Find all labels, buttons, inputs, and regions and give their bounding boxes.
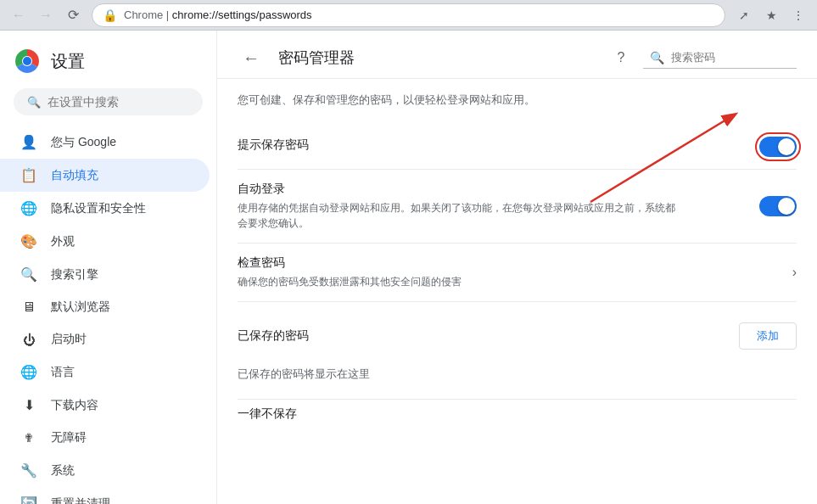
help-button[interactable]: ? xyxy=(609,46,633,70)
sidebar-item-label: 搜索引擎 xyxy=(51,267,98,283)
content-header: ← 密码管理器 ? 🔍 xyxy=(217,31,817,79)
appearance-icon: 🎨 xyxy=(20,233,37,249)
check-passwords-setting-name: 检查密码 xyxy=(238,255,792,271)
settings-title: 设置 xyxy=(51,50,85,73)
auto-signin-setting-desc: 使用存储的凭据自动登录网站和应用。如果关闭了该功能，在您每次登录网站或应用之前，… xyxy=(238,200,679,231)
auto-signin-toggle-wrap xyxy=(759,196,797,216)
password-back-button[interactable]: ← xyxy=(238,44,265,71)
sidebar-item-label: 自动填充 xyxy=(51,168,98,183)
sidebar-item-appearance[interactable]: 🎨 外观 xyxy=(0,225,216,258)
search-passwords-input[interactable] xyxy=(671,51,790,64)
share-button[interactable]: ➚ xyxy=(732,3,756,27)
sidebar-item-accessibility[interactable]: ✟ 无障碍 xyxy=(0,422,216,454)
google-icon: 👤 xyxy=(20,134,37,150)
sidebar-item-privacy[interactable]: 🌐 隐私设置和安全性 xyxy=(0,192,216,225)
back-nav-button[interactable]: ← xyxy=(7,3,31,27)
svg-point-3 xyxy=(23,57,31,65)
sidebar: 设置 🔍 👤 您与 Google 📋 自动填充 🌐 隐私设置和安全性 🎨 外观 … xyxy=(0,31,217,504)
sidebar-item-label: 无障碍 xyxy=(51,430,87,445)
browser-chrome: ← → ⟳ 🔒 Chrome | chrome://settings/passw… xyxy=(0,0,817,31)
no-save-label: 一律不保存 xyxy=(238,406,297,420)
main-layout: 设置 🔍 👤 您与 Google 📋 自动填充 🌐 隐私设置和安全性 🎨 外观 … xyxy=(0,31,817,504)
sidebar-item-label: 启动时 xyxy=(51,332,87,347)
sidebar-item-search-engine[interactable]: 🔍 搜索引擎 xyxy=(0,258,216,291)
sidebar-item-system[interactable]: 🔧 系统 xyxy=(0,454,216,487)
site-icon: 🔒 xyxy=(103,8,117,22)
check-passwords-setting-row[interactable]: 检查密码 确保您的密码免受数据泄露和其他安全问题的侵害 › xyxy=(238,244,797,302)
auto-signin-setting-name: 自动登录 xyxy=(238,182,759,197)
autofill-icon: 📋 xyxy=(20,167,37,183)
offer-save-setting-info: 提示保存密码 xyxy=(238,137,759,156)
address-bar[interactable]: 🔒 Chrome | chrome://settings/passwords xyxy=(92,3,725,27)
sidebar-item-label: 系统 xyxy=(51,463,75,479)
search-passwords-icon: 🔍 xyxy=(650,51,664,64)
reload-button[interactable]: ⟳ xyxy=(61,3,85,27)
check-passwords-chevron-icon: › xyxy=(792,265,797,280)
privacy-icon: 🌐 xyxy=(20,200,37,216)
offer-save-setting-row: 提示保存密码 xyxy=(238,125,797,170)
no-save-section[interactable]: 一律不保存 xyxy=(238,399,797,428)
sidebar-item-google[interactable]: 👤 您与 Google xyxy=(0,126,216,159)
sidebar-item-label: 下载内容 xyxy=(51,398,98,413)
url-display: Chrome | chrome://settings/passwords xyxy=(124,8,312,21)
sidebar-item-label: 外观 xyxy=(51,234,75,249)
sidebar-item-reset[interactable]: 🔄 重置并清理 xyxy=(0,487,216,504)
saved-passwords-label: 已保存的密码 xyxy=(238,328,309,344)
url-path: chrome://settings/passwords xyxy=(172,8,312,21)
empty-saved-passwords: 已保存的密码将显示在这里 xyxy=(238,356,797,399)
sidebar-item-label: 重置并清理 xyxy=(51,496,110,505)
default-browser-icon: 🖥 xyxy=(20,300,37,315)
sidebar-item-label: 隐私设置和安全性 xyxy=(51,201,146,216)
sidebar-item-label: 默认浏览器 xyxy=(51,300,110,315)
offer-save-setting-name: 提示保存密码 xyxy=(238,137,759,153)
content-body: 您可创建、保存和管理您的密码，以便轻松登录网站和应用。 提示保存密码 自动登录 … xyxy=(217,79,817,442)
sidebar-item-downloads[interactable]: ⬇ 下载内容 xyxy=(0,389,216,422)
menu-button[interactable]: ⋮ xyxy=(786,3,810,27)
chrome-logo-icon xyxy=(14,48,41,75)
reset-icon: 🔄 xyxy=(20,496,37,504)
sidebar-search-input[interactable] xyxy=(48,95,189,109)
offer-save-toggle-wrap xyxy=(759,137,797,157)
page-title: 密码管理器 xyxy=(278,48,596,68)
startup-icon: ⏻ xyxy=(20,333,37,347)
downloads-icon: ⬇ xyxy=(20,397,37,413)
accessibility-icon: ✟ xyxy=(20,431,37,445)
sidebar-search-bar[interactable]: 🔍 xyxy=(14,88,203,115)
sidebar-item-label: 语言 xyxy=(51,365,75,380)
forward-nav-button[interactable]: → xyxy=(34,3,58,27)
sidebar-item-startup[interactable]: ⏻ 启动时 xyxy=(0,323,216,356)
search-engine-icon: 🔍 xyxy=(20,266,37,283)
sidebar-item-default-browser[interactable]: 🖥 默认浏览器 xyxy=(0,291,216,323)
sidebar-item-language[interactable]: 🌐 语言 xyxy=(0,356,216,389)
auto-signin-setting-row: 自动登录 使用存储的凭据自动登录网站和应用。如果关闭了该功能，在您每次登录网站或… xyxy=(238,170,797,244)
header-actions: ? 🔍 xyxy=(609,46,797,70)
check-passwords-setting-desc: 确保您的密码免受数据泄露和其他安全问题的侵害 xyxy=(238,274,679,289)
auto-signin-toggle[interactable] xyxy=(759,196,797,216)
sidebar-item-label: 您与 Google xyxy=(51,135,116,150)
offer-save-toggle[interactable] xyxy=(759,137,797,157)
description-text: 您可创建、保存和管理您的密码，以便轻松登录网站和应用。 xyxy=(238,92,797,108)
system-icon: 🔧 xyxy=(20,462,37,479)
language-icon: 🌐 xyxy=(20,364,37,380)
saved-passwords-section-header: 已保存的密码 添加 xyxy=(238,309,797,356)
search-passwords-bar[interactable]: 🔍 xyxy=(643,48,797,69)
check-passwords-setting-info: 检查密码 确保您的密码免受数据泄露和其他安全问题的侵害 xyxy=(238,255,792,289)
url-prefix: Chrome | xyxy=(124,8,172,21)
nav-buttons: ← → ⟳ xyxy=(7,3,85,27)
sidebar-item-autofill[interactable]: 📋 自动填充 xyxy=(0,159,210,192)
add-password-button[interactable]: 添加 xyxy=(739,322,797,350)
bookmark-button[interactable]: ★ xyxy=(759,3,783,27)
sidebar-header: 设置 xyxy=(0,37,216,88)
search-icon: 🔍 xyxy=(27,96,41,109)
toolbar-right: ➚ ★ ⋮ xyxy=(732,3,810,27)
auto-signin-setting-info: 自动登录 使用存储的凭据自动登录网站和应用。如果关闭了该功能，在您每次登录网站或… xyxy=(238,182,759,231)
content-area: ← 密码管理器 ? 🔍 您可创建、保存和管理您的密码，以便轻松登录网站和应用。 … xyxy=(217,31,817,504)
